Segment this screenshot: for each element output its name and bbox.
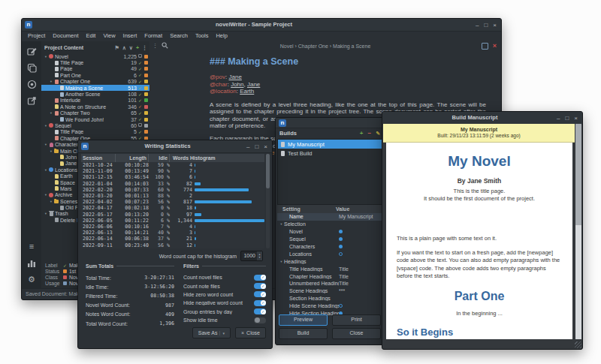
menu-insert[interactable]: Insert xyxy=(119,31,141,41)
session-row[interactable]: 2021-11-0900:13:4990 %7 xyxy=(81,168,264,174)
tag-link[interactable]: Earth xyxy=(240,88,254,95)
setting-sequel[interactable]: Sequel xyxy=(277,236,382,243)
tree-item-page[interactable]: Page49✓ xyxy=(41,66,149,72)
print-button[interactable]: Print xyxy=(332,314,381,326)
menu-project[interactable]: Project xyxy=(24,31,49,41)
minimize-icon[interactable]: – xyxy=(557,115,560,122)
session-row[interactable]: 2022-02-2000:07:3360 %774 xyxy=(81,187,264,193)
active-checkbox[interactable]: ✓ xyxy=(137,92,143,98)
tag-link[interactable]: John xyxy=(231,81,243,88)
menu-tools[interactable]: Tools xyxy=(192,31,213,41)
tree-item-chapter-one[interactable]: ▾Chapter One639✓ xyxy=(41,79,149,85)
close-icon[interactable]: × xyxy=(264,143,267,150)
build-button[interactable]: Build xyxy=(279,328,328,339)
move-up-icon[interactable]: ∧ xyxy=(122,45,126,51)
save-as-button[interactable]: Save As ▾ xyxy=(192,327,231,338)
stats-titlebar[interactable]: n Writing Statistics – □ × xyxy=(78,140,272,153)
setting-hide-scene-headings[interactable]: Hide Scene Headings xyxy=(277,302,382,310)
active-checkbox[interactable]: ✓ xyxy=(137,104,143,110)
minimize-icon[interactable]: – xyxy=(246,143,249,150)
editor-menu-icon[interactable]: ⋮ xyxy=(153,43,158,49)
edit-document-icon[interactable] xyxy=(22,43,41,59)
tree-item-another-scene[interactable]: Another Scene108✓ xyxy=(41,91,149,97)
main-titlebar[interactable]: n novelWriter - Sample Project – □ × xyxy=(22,19,501,32)
column-words-histogram[interactable]: Words Histogram xyxy=(170,154,264,162)
active-checkbox[interactable]: ✓ xyxy=(137,129,143,135)
tag-link[interactable]: Jane xyxy=(247,81,260,88)
session-row[interactable]: 2022-06-1400:06:3837 %21 xyxy=(81,236,264,242)
maximize-icon[interactable]: □ xyxy=(255,143,258,150)
session-row[interactable]: 2022-03-2000:01:1388 %2 xyxy=(81,193,264,199)
active-checkbox[interactable]: ✓ xyxy=(137,98,143,104)
expand-arrow-icon[interactable]: ▾ xyxy=(279,222,284,226)
session-row[interactable]: 2021-10-2400:10:2859 %4 xyxy=(81,162,264,168)
setting-scene-headings[interactable]: Scene Headings*** xyxy=(277,287,382,295)
session-row[interactable]: 2022-06-0500:11:226 %1,344 xyxy=(81,218,264,224)
session-row[interactable]: 2022-01-0400:14:0333 %82 xyxy=(81,181,264,187)
minimize-icon[interactable]: – xyxy=(476,22,479,29)
close-icon[interactable]: × xyxy=(493,22,497,29)
editor-maximize-icon[interactable] xyxy=(482,43,488,50)
setting-chapter-headings[interactable]: Chapter HeadingsTitle xyxy=(277,272,382,280)
session-row[interactable]: 2022-09-1100:23:4056 %12 xyxy=(81,242,264,248)
toggle-switch[interactable]: ✓ xyxy=(254,291,266,297)
table-scrollbar[interactable] xyxy=(266,154,270,248)
tree-item-a-note-on-structure[interactable]: A Note on Structure346✓ xyxy=(41,104,149,110)
preview-titlebar[interactable]: Build Manuscript – □ × xyxy=(382,112,582,125)
tree-item-making-a-scene[interactable]: Making a Scene513✓ xyxy=(41,85,149,91)
edit-build-icon[interactable]: ✎ xyxy=(376,131,380,137)
menu-document[interactable]: Document xyxy=(49,31,82,41)
toggle-switch[interactable]: ✓ xyxy=(254,275,266,281)
search-icon[interactable] xyxy=(162,42,168,49)
active-checkbox[interactable]: ✓ xyxy=(137,85,143,91)
menu-format[interactable]: Format xyxy=(140,31,166,41)
setting-unnumbered-headings[interactable]: Unnumbered HeadingsTitle xyxy=(277,280,382,287)
session-row[interactable]: 2021-12-1503:46:54100 %6 xyxy=(81,174,264,180)
tree-item-sequel[interactable]: ▾Sequel60− xyxy=(41,122,149,128)
toggle-switch[interactable] xyxy=(254,317,266,323)
preview-button[interactable]: Preview xyxy=(279,314,328,326)
active-checkbox[interactable]: ✓ xyxy=(137,79,143,85)
active-checkbox[interactable]: ✓ xyxy=(137,116,143,122)
details-list-icon[interactable]: ≡ xyxy=(22,238,41,254)
session-row[interactable]: 2022-06-0600:10:167 %4 xyxy=(81,224,264,230)
setting-section-headings[interactable]: Section Headings xyxy=(277,295,382,302)
close-button[interactable]: × Close xyxy=(235,327,266,338)
tree-item-title-page[interactable]: Title Page19✓ xyxy=(41,59,149,65)
setting-headings[interactable]: ▾Headings xyxy=(277,257,382,265)
tree-item-we-found-john[interactable]: We Found John!37✓ xyxy=(41,116,149,122)
maximize-icon[interactable]: □ xyxy=(565,115,569,122)
setting-locations[interactable]: Locations xyxy=(277,250,382,257)
tag-link[interactable]: Jane xyxy=(228,74,241,80)
toggle-switch[interactable]: ✓ xyxy=(254,300,266,306)
settings-gear-icon[interactable]: ⚙ xyxy=(22,271,41,287)
toggle-switch[interactable]: ✓ xyxy=(254,283,266,289)
build-item-my-manuscript[interactable]: My Manuscript xyxy=(278,140,382,149)
active-checkbox[interactable]: − xyxy=(137,122,143,128)
maximize-icon[interactable]: □ xyxy=(484,22,488,29)
toggle-switch[interactable]: ✓ xyxy=(254,308,266,314)
menu-view[interactable]: View xyxy=(99,31,119,41)
preview-scrollbar[interactable] xyxy=(575,124,581,339)
session-row[interactable]: 2022-06-1300:14:2140 %3 xyxy=(81,230,264,236)
menu-edit[interactable]: Edit xyxy=(83,31,100,41)
setting-title-headings[interactable]: Title HeadingsTitle xyxy=(277,265,382,272)
add-item-icon[interactable]: + xyxy=(136,45,139,50)
export-icon[interactable] xyxy=(22,92,41,109)
close-button[interactable]: Close xyxy=(332,328,381,339)
column-session-start[interactable]: Session Start▾ xyxy=(81,154,116,162)
move-down-icon[interactable]: ∨ xyxy=(129,45,133,51)
builds-titlebar[interactable]: n xyxy=(276,118,384,128)
setting-novel[interactable]: Novel xyxy=(277,228,382,236)
tree-item-novel[interactable]: ▾Novel1,225− xyxy=(41,53,149,59)
setting-characters[interactable]: Characters xyxy=(277,243,382,251)
column-idle[interactable]: Idle xyxy=(149,154,170,162)
novel-badge-icon[interactable] xyxy=(22,76,41,92)
resize-grip[interactable] xyxy=(575,341,581,348)
add-build-icon[interactable]: + xyxy=(360,130,364,137)
active-checkbox[interactable]: ✓ xyxy=(137,72,143,78)
quick-links-icon[interactable]: ⚑ xyxy=(114,45,119,51)
setting-selection[interactable]: ▾Selection xyxy=(277,221,382,228)
menu-help[interactable]: Help xyxy=(212,31,231,41)
writing-stats-icon[interactable] xyxy=(22,254,41,271)
